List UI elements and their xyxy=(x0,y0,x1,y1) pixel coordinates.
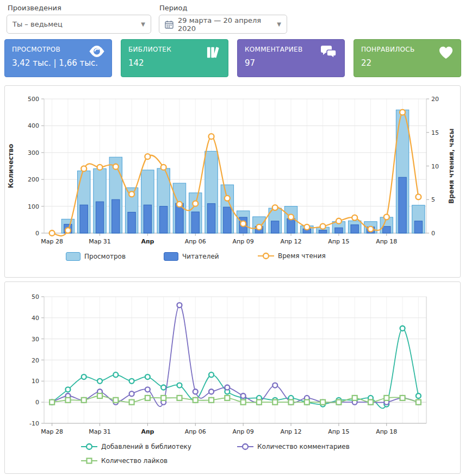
svg-text:Апр 18: Апр 18 xyxy=(376,428,397,435)
svg-text:Апр 15: Апр 15 xyxy=(328,238,349,245)
svg-text:Апр 12: Апр 12 xyxy=(280,428,301,435)
heart-icon xyxy=(438,46,454,61)
comments-icon xyxy=(321,46,337,61)
svg-text:40: 40 xyxy=(32,315,39,322)
svg-text:Мар 31: Мар 31 xyxy=(89,238,111,245)
legend-item-likes[interactable]: Количество лайков xyxy=(81,457,168,465)
legend-item-comments[interactable]: Количество комментариев xyxy=(237,443,350,450)
svg-text:Мар 28: Мар 28 xyxy=(41,428,63,435)
svg-text:Время чтения, часы: Время чтения, часы xyxy=(448,128,455,203)
svg-text:200: 200 xyxy=(28,176,39,183)
statistics-page: { "filters": { "works_label": "Произведе… xyxy=(0,0,465,476)
legend-item-readers[interactable]: Читателей xyxy=(164,252,219,261)
svg-text:5: 5 xyxy=(431,196,435,203)
svg-text:30: 30 xyxy=(32,336,39,343)
libraries-card: БИБЛИОТЕК 142 xyxy=(121,39,228,77)
svg-text:Апр 18: Апр 18 xyxy=(376,238,397,245)
svg-text:20: 20 xyxy=(32,357,39,364)
likes-line-swatch xyxy=(81,457,97,465)
svg-text:15: 15 xyxy=(431,129,439,136)
svg-text:Количество: Количество xyxy=(7,144,15,189)
legend-label-reading-time: Время чтения xyxy=(278,252,326,260)
legend-item-library-adds[interactable]: Добавлений в библиотеку xyxy=(81,443,191,450)
legend-label-likes: Количество лайков xyxy=(101,457,168,465)
svg-text:-10: -10 xyxy=(29,420,39,427)
legend-label-readers: Читателей xyxy=(182,253,219,260)
legend-item-reading-time[interactable]: Время чтения xyxy=(258,252,326,260)
period-filter-label: Период xyxy=(159,4,187,12)
svg-text:Апр 15: Апр 15 xyxy=(328,428,349,435)
views-card: ПРОСМОТРОВ 3,42 тыс. | 1,66 тыс. xyxy=(4,39,112,77)
views-card-value: 3,42 тыс. | 1,66 тыс. xyxy=(12,58,104,68)
svg-text:10: 10 xyxy=(431,163,439,170)
engagement-chart[interactable]: -1001020304050Мар 28Мар 31АпрАпр 06Апр 0… xyxy=(5,282,460,440)
eye-icon xyxy=(89,46,104,59)
period-select-value: 29 марта — 20 апреля 2020 xyxy=(178,16,272,33)
svg-text:Апр: Апр xyxy=(141,238,154,245)
views-chart[interactable]: 010020030040050005101520Мар 28Мар 31АпрА… xyxy=(5,86,460,249)
books-icon xyxy=(206,46,221,61)
works-filter-label: Произведения xyxy=(8,4,61,12)
svg-text:Апр 09: Апр 09 xyxy=(233,238,254,245)
svg-text:0: 0 xyxy=(35,230,39,237)
svg-text:400: 400 xyxy=(28,122,39,129)
svg-text:50: 50 xyxy=(32,293,39,300)
svg-text:Апр: Апр xyxy=(141,428,154,435)
svg-text:10: 10 xyxy=(32,378,39,385)
legend-label-comments: Количество комментариев xyxy=(257,443,350,450)
svg-text:Апр 06: Апр 06 xyxy=(185,428,206,435)
reading-time-line-swatch xyxy=(258,252,274,260)
views-bar-swatch xyxy=(66,252,80,261)
svg-text:500: 500 xyxy=(28,96,39,103)
svg-text:Апр 09: Апр 09 xyxy=(233,428,254,435)
period-select[interactable]: 29 марта — 20 апреля 2020 ▼ xyxy=(159,15,287,34)
comments-line-swatch xyxy=(237,443,253,450)
library-adds-line-swatch xyxy=(81,443,97,450)
works-select[interactable]: Ты – ведьмец ▼ xyxy=(7,15,151,34)
svg-text:300: 300 xyxy=(28,149,39,156)
views-chart-panel: 010020030040050005101520Мар 28Мар 31АпрА… xyxy=(4,85,461,278)
svg-text:0: 0 xyxy=(431,230,435,237)
chevron-down-icon: ▼ xyxy=(141,21,145,27)
svg-text:0: 0 xyxy=(35,399,39,406)
comments-card: КОММЕНТАРИЕВ 97 xyxy=(237,39,345,77)
legend-item-views[interactable]: Просмотров xyxy=(66,252,126,261)
svg-text:20: 20 xyxy=(431,96,439,103)
legend-label-views: Просмотров xyxy=(84,253,126,260)
svg-text:Мар 31: Мар 31 xyxy=(89,428,111,435)
engagement-chart-panel: -1001020304050Мар 28Мар 31АпрАпр 06Апр 0… xyxy=(4,281,461,474)
svg-text:Апр 06: Апр 06 xyxy=(185,238,206,245)
svg-text:100: 100 xyxy=(28,203,39,210)
legend-label-library-adds: Добавлений в библиотеку xyxy=(101,443,191,450)
svg-text:Мар 28: Мар 28 xyxy=(41,238,63,245)
calendar-icon xyxy=(165,20,173,29)
svg-text:Апр 12: Апр 12 xyxy=(280,238,301,245)
likes-card: ПОНРАВИЛОСЬ 22 xyxy=(354,39,461,77)
chevron-down-icon: ▼ xyxy=(277,21,281,27)
works-select-value: Ты – ведьмец xyxy=(13,20,137,28)
readers-bar-swatch xyxy=(164,252,178,261)
